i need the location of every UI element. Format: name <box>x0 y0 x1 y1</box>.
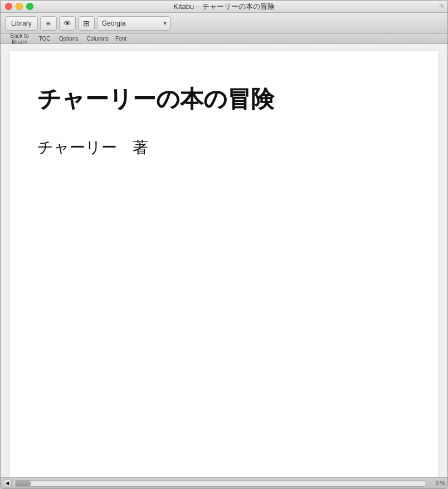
library-button[interactable]: Library <box>5 16 38 31</box>
lines-icon: ≡ <box>46 19 51 28</box>
toc-label: TOC <box>35 36 54 42</box>
toolbar: Library ≡ 👁 ⊞ Georgia Helvetica Times Ne… <box>1 13 447 34</box>
minimize-button[interactable] <box>16 3 23 10</box>
scrollbar-track[interactable] <box>13 480 426 487</box>
font-select-wrapper: Georgia Helvetica Times New Roman Arial … <box>97 16 171 31</box>
book-page: チャーリーの本の冒険 チャーリー 著 <box>9 51 439 477</box>
font-select[interactable]: Georgia Helvetica Times New Roman Arial <box>97 16 171 31</box>
scroll-percent: 0 % <box>430 480 445 486</box>
options-label: Options <box>55 36 82 42</box>
book-title: チャーリーの本の冒険 <box>37 84 411 115</box>
title-bar: Kitabu – チャーリーの本の冒険 ⇱ <box>1 1 447 13</box>
window-title: Kitabu – チャーリーの本の冒険 <box>173 2 274 12</box>
close-button[interactable] <box>5 3 12 10</box>
toolbar-labels: Back to library TOC Options Columns Font <box>1 34 447 44</box>
book-author: チャーリー 著 <box>37 137 411 158</box>
window-controls <box>5 3 33 10</box>
eye-icon: 👁 <box>64 19 71 28</box>
columns-label: Columns <box>83 36 112 42</box>
content-area: チャーリーの本の冒険 チャーリー 著 <box>1 44 447 477</box>
options-button[interactable]: 👁 <box>59 16 76 31</box>
resize-icon: ⇱ <box>440 3 444 9</box>
toc-button[interactable]: ≡ <box>40 16 57 31</box>
columns-icon: ⊞ <box>83 19 90 28</box>
app-window: Kitabu – チャーリーの本の冒険 ⇱ Library ≡ 👁 ⊞ Geor… <box>0 0 448 489</box>
scrollbar-area: ◀ 0 % <box>1 477 447 488</box>
back-to-library-label: Back to library <box>5 33 34 45</box>
library-label: Library <box>11 19 32 27</box>
maximize-button[interactable] <box>26 3 33 10</box>
left-arrow-icon: ◀ <box>6 481 9 486</box>
font-label: Font <box>115 36 160 42</box>
scroll-left-button[interactable]: ◀ <box>3 480 12 487</box>
columns-button[interactable]: ⊞ <box>78 16 95 31</box>
scrollbar-thumb[interactable] <box>14 481 31 486</box>
